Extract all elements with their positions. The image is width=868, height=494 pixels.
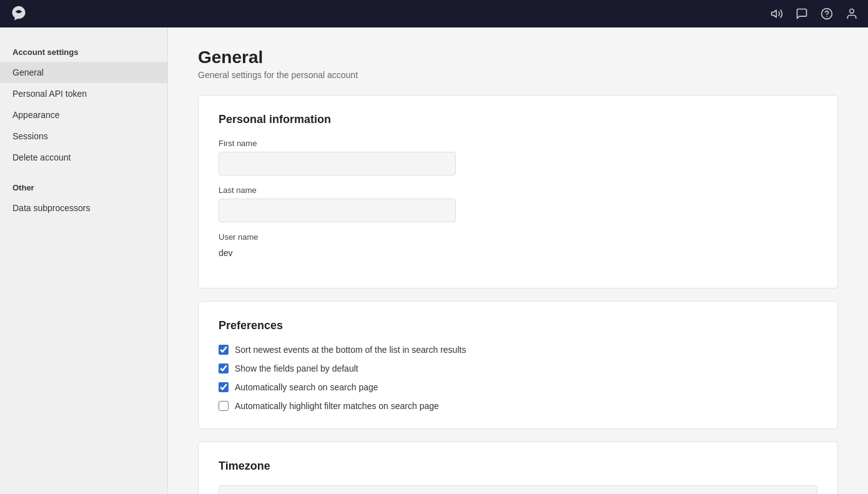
checkbox-auto-search[interactable]: Automatically search on search page: [219, 382, 817, 392]
sidebar-item-delete-account[interactable]: Delete account: [0, 147, 167, 168]
svg-point-3: [850, 9, 854, 14]
username-value: dev: [219, 245, 817, 260]
user-account-icon[interactable]: [846, 7, 858, 20]
checkbox-sort-newest-label: Sort newest events at the bottom of the …: [235, 345, 466, 355]
checkbox-show-fields-input[interactable]: [219, 363, 229, 373]
logo-icon: [10, 5, 27, 22]
checkbox-auto-search-input[interactable]: [219, 382, 229, 392]
checkbox-sort-newest[interactable]: Sort newest events at the bottom of the …: [219, 345, 817, 355]
page-subtitle: General settings for the personal accoun…: [198, 70, 838, 80]
last-name-input[interactable]: [219, 199, 456, 222]
sidebar-item-sessions[interactable]: Sessions: [0, 126, 167, 147]
last-name-label: Last name: [219, 185, 817, 195]
account-settings-section-title: Account settings: [0, 42, 167, 62]
other-section-title: Other: [0, 178, 167, 197]
checkbox-highlight-filter-input[interactable]: [219, 401, 229, 411]
timezone-select[interactable]: Browser default UTC US/Eastern US/Pacifi…: [219, 485, 817, 494]
checkbox-auto-search-label: Automatically search on search page: [235, 382, 378, 392]
megaphone-icon[interactable]: [771, 7, 783, 20]
message-icon[interactable]: [796, 7, 808, 20]
last-name-group: Last name: [219, 185, 817, 222]
main-content: General General settings for the persona…: [168, 27, 868, 494]
sidebar: Account settings General Personal API to…: [0, 27, 168, 494]
checkbox-sort-newest-input[interactable]: [219, 345, 229, 355]
preferences-card: Preferences Sort newest events at the bo…: [198, 301, 838, 429]
first-name-group: First name: [219, 139, 817, 175]
sidebar-item-general[interactable]: General: [0, 62, 167, 83]
help-icon[interactable]: [821, 7, 833, 20]
sidebar-item-appearance[interactable]: Appearance: [0, 104, 167, 126]
timezone-card: Timezone Browser default UTC US/Eastern …: [198, 442, 838, 494]
personal-information-card: Personal information First name Last nam…: [198, 95, 838, 289]
timezone-title: Timezone: [219, 460, 817, 473]
preferences-checkboxes: Sort newest events at the bottom of the …: [219, 345, 817, 411]
sidebar-item-personal-api-token[interactable]: Personal API token: [0, 83, 167, 104]
checkbox-highlight-filter[interactable]: Automatically highlight filter matches o…: [219, 401, 817, 411]
username-group: User name dev: [219, 232, 817, 260]
first-name-input[interactable]: [219, 152, 456, 175]
svg-marker-0: [772, 10, 777, 17]
personal-info-title: Personal information: [219, 113, 817, 126]
checkbox-highlight-filter-label: Automatically highlight filter matches o…: [235, 401, 439, 411]
timezone-select-wrapper: Browser default UTC US/Eastern US/Pacifi…: [219, 485, 817, 494]
main-layout: Account settings General Personal API to…: [0, 27, 868, 494]
preferences-title: Preferences: [219, 319, 817, 332]
page-title: General: [198, 47, 838, 67]
username-label: User name: [219, 232, 817, 242]
checkbox-show-fields-label: Show the fields panel by default: [235, 363, 358, 373]
sidebar-item-data-subprocessors[interactable]: Data subprocessors: [0, 197, 167, 219]
topnav-icon-group: [771, 7, 858, 20]
first-name-label: First name: [219, 139, 817, 148]
app-logo[interactable]: [10, 5, 27, 22]
checkbox-show-fields[interactable]: Show the fields panel by default: [219, 363, 817, 373]
top-navigation: [0, 0, 868, 27]
